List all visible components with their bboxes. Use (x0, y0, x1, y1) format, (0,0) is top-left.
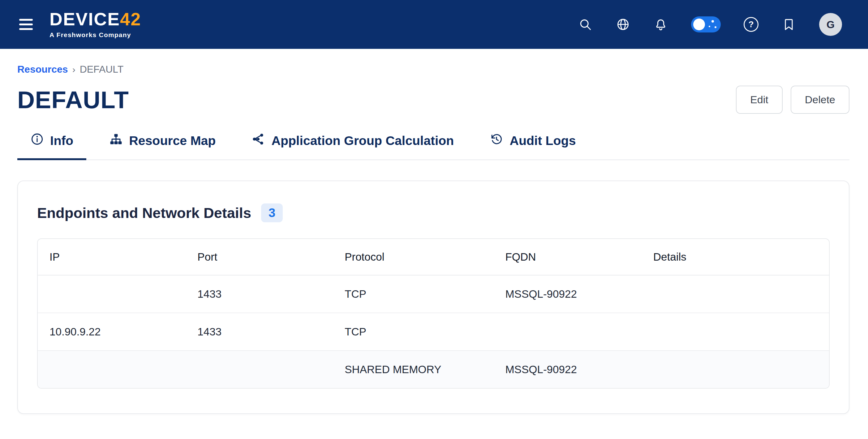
cell-ip (38, 350, 186, 388)
navbar-left: DEVICE42 A Freshworks Company (17, 10, 141, 39)
theme-toggle[interactable] (691, 16, 721, 32)
cell-protocol: TCP (333, 275, 493, 313)
tab-resource-map[interactable]: Resource Map (96, 132, 228, 160)
endpoints-table: IP Port Protocol FQDN Details 1433 TCP M… (37, 238, 830, 389)
table-header-row: IP Port Protocol FQDN Details (38, 239, 829, 275)
cell-protocol: SHARED MEMORY (333, 350, 493, 388)
tab-application-group-calculation-label: Application Group Calculation (271, 134, 454, 148)
delete-button[interactable]: Delete (790, 86, 849, 114)
tab-audit-logs[interactable]: Audit Logs (477, 132, 589, 160)
cell-details (642, 313, 829, 350)
column-header-details: Details (642, 239, 829, 275)
table-row: SHARED MEMORY MSSQL-90922 (38, 350, 829, 388)
column-header-protocol: Protocol (333, 239, 493, 275)
endpoints-card: Endpoints and Network Details 3 IP Port … (17, 180, 849, 414)
edit-button[interactable]: Edit (736, 86, 783, 114)
toggle-star-dot (711, 20, 714, 23)
toggle-knob (693, 19, 705, 30)
brand-logo[interactable]: DEVICE42 A Freshworks Company (50, 10, 141, 39)
user-avatar[interactable]: G (819, 13, 842, 36)
page-title: DEFAULT (17, 88, 129, 112)
toggle-star-dot (709, 26, 710, 27)
cell-details (642, 350, 829, 388)
toggle-star-dot (715, 26, 716, 28)
menu-icon[interactable] (17, 17, 35, 32)
help-icon[interactable]: ? (744, 17, 758, 32)
notifications-bell-icon[interactable] (653, 17, 668, 32)
tab-resource-map-label: Resource Map (129, 134, 216, 148)
breadcrumb: Resources › DEFAULT (17, 64, 849, 75)
breadcrumb-link-resources[interactable]: Resources (17, 64, 68, 75)
bookmark-icon[interactable] (781, 17, 796, 32)
cell-ip (38, 275, 186, 313)
card-title: Endpoints and Network Details (37, 204, 251, 222)
navbar-right: ? G (578, 13, 842, 36)
count-badge: 3 (261, 203, 283, 222)
brand-name: DEVICE42 (50, 10, 141, 28)
cell-ip: 10.90.9.22 (38, 313, 186, 350)
page-content: Resources › DEFAULT DEFAULT Edit Delete … (0, 49, 868, 414)
cell-port: 1433 (186, 275, 333, 313)
search-icon[interactable] (578, 17, 593, 32)
info-icon (30, 132, 44, 149)
avatar-initial: G (827, 19, 835, 31)
network-nodes-icon (251, 132, 265, 149)
cell-fqdn: MSSQL-90922 (493, 275, 641, 313)
sitemap-icon (109, 132, 123, 149)
cell-port (186, 350, 333, 388)
cell-port: 1433 (186, 313, 333, 350)
cell-details (642, 275, 829, 313)
tab-info-label: Info (50, 134, 73, 148)
brand-name-text: DEVICE (50, 9, 120, 29)
column-header-ip: IP (38, 239, 186, 275)
cell-fqdn: MSSQL-90922 (493, 350, 641, 388)
globe-icon[interactable] (616, 17, 630, 32)
tab-bar: Info Resource Map Application Group Calc… (17, 132, 849, 160)
breadcrumb-current: DEFAULT (80, 64, 124, 75)
tab-application-group-calculation[interactable]: Application Group Calculation (239, 132, 467, 160)
page-actions: Edit Delete (736, 86, 849, 114)
help-glyph: ? (748, 20, 753, 29)
tab-info[interactable]: Info (17, 132, 86, 160)
column-header-port: Port (186, 239, 333, 275)
cell-protocol: TCP (333, 313, 493, 350)
tab-audit-logs-label: Audit Logs (509, 134, 576, 148)
table-row: 1433 TCP MSSQL-90922 (38, 275, 829, 313)
column-header-fqdn: FQDN (493, 239, 641, 275)
card-header: Endpoints and Network Details 3 (37, 203, 830, 222)
cell-fqdn (493, 313, 641, 350)
breadcrumb-separator: › (72, 64, 75, 75)
history-clock-icon (490, 132, 503, 149)
brand-name-accent: 42 (120, 9, 142, 29)
top-navbar: DEVICE42 A Freshworks Company ? G (0, 0, 868, 49)
title-row: DEFAULT Edit Delete (17, 86, 849, 114)
brand-subtitle: A Freshworks Company (50, 31, 141, 39)
table-row: 10.90.9.22 1433 TCP (38, 313, 829, 350)
